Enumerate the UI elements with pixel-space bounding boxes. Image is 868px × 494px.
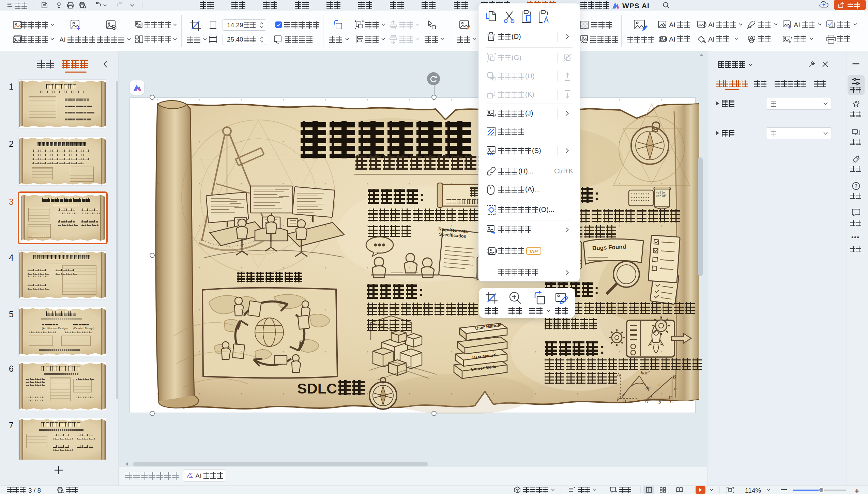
svg-text:?: ? [855, 183, 858, 189]
